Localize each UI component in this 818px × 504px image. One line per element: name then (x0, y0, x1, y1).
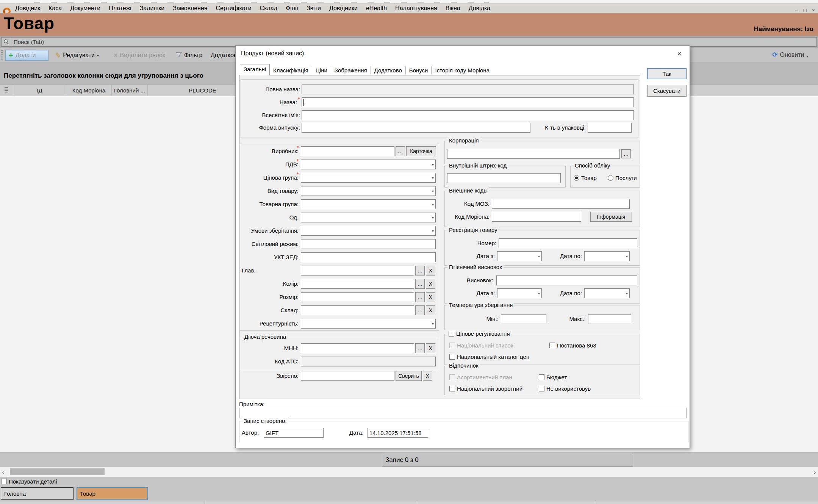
light-mode-input[interactable] (301, 239, 436, 249)
main-lookup-button[interactable]: … (415, 266, 425, 275)
size-input[interactable] (301, 292, 414, 302)
add-button[interactable]: + Додати (5, 50, 48, 61)
main-clear-button[interactable]: X (426, 266, 435, 275)
color-clear-button[interactable]: X (426, 279, 435, 289)
menu-zalyshky[interactable]: Залишки (140, 5, 165, 12)
not-used-checkbox[interactable]: Не використовув (539, 385, 591, 392)
tab-klasyfikatsiya[interactable]: Класифікація (270, 66, 312, 74)
budget-checkbox[interactable]: Бюджет (539, 374, 567, 380)
unit-select[interactable]: ▾ (301, 213, 436, 222)
tab-bonusy[interactable]: Бонуси (406, 66, 432, 74)
column-header-morion-code[interactable]: Код Моріона (66, 85, 112, 96)
menu-dovidka[interactable]: Довідка (469, 5, 491, 12)
mnn-lookup-button[interactable]: … (415, 343, 425, 353)
main-input[interactable] (301, 266, 414, 275)
corporation-lookup-button[interactable]: … (621, 149, 631, 158)
mnn-clear-button[interactable]: X (426, 343, 435, 353)
color-lookup-button[interactable]: … (415, 279, 425, 289)
menu-dovidnyky[interactable]: Довідники (329, 5, 358, 12)
reg-date-from-select[interactable]: ▾ (497, 251, 542, 261)
tab-zobrazhennia[interactable]: Зображення (331, 66, 371, 74)
decree-863-checkbox[interactable]: Постанова 863 (549, 342, 596, 349)
warehouse-clear-button[interactable]: X (426, 305, 435, 315)
menu-zvity[interactable]: Звіти (307, 5, 321, 12)
hyg-date-to-select[interactable]: ▾ (584, 288, 630, 298)
tab-goods[interactable]: Товар (77, 487, 148, 500)
vat-select[interactable]: ▾ (301, 160, 436, 169)
menu-sklad[interactable]: Склад (260, 5, 277, 12)
restore-icon[interactable]: □ (803, 7, 806, 13)
menu-nalashtuvannia[interactable]: Налаштування (395, 5, 437, 12)
product-group-select[interactable]: ▾ (301, 199, 436, 209)
release-form-input[interactable] (302, 123, 530, 133)
tab-home[interactable]: Головна (1, 487, 74, 500)
author-input[interactable] (264, 428, 324, 438)
close-icon[interactable]: × (674, 48, 685, 59)
row-handle-column[interactable] (0, 85, 13, 96)
menu-kasa[interactable]: Каса (48, 5, 62, 12)
delete-row-button[interactable]: × Видалити рядок (111, 50, 168, 61)
column-header-id[interactable]: ІД (13, 85, 66, 96)
price-regulation-checkbox[interactable]: Цінове регулювання (447, 330, 511, 337)
size-lookup-button[interactable]: … (415, 292, 425, 302)
horizontal-scrollbar[interactable]: ‹ › (0, 467, 818, 477)
hyg-date-from-select[interactable]: ▾ (497, 288, 542, 298)
manufacturer-input[interactable] (301, 146, 394, 156)
menu-ehealth[interactable]: eHealth (366, 5, 387, 12)
chevron-left-icon[interactable]: ‹ (0, 468, 6, 476)
tab-tsiny[interactable]: Ціни (312, 66, 331, 74)
menu-dovidnyk[interactable]: Довідник (15, 5, 40, 12)
chevron-right-icon[interactable]: › (812, 468, 818, 476)
radio-goods[interactable]: Товар (574, 175, 597, 181)
temp-max-input[interactable] (588, 314, 631, 324)
national-return-checkbox[interactable]: Національний зворотний (449, 385, 522, 392)
created-date-input[interactable] (368, 428, 428, 438)
product-kind-select[interactable]: ▾ (301, 186, 436, 196)
menu-platezhi[interactable]: Платежі (109, 5, 131, 12)
price-group-select[interactable]: ▾ (301, 173, 436, 183)
filter-button[interactable]: Фільтр (173, 50, 205, 61)
conclusion-input[interactable] (496, 275, 637, 285)
scrollbar-thumb[interactable] (10, 468, 105, 475)
moz-code-input[interactable] (492, 199, 630, 209)
cancel-button[interactable]: Скасувати (647, 85, 687, 97)
edit-button[interactable]: ✎ Редагувати ▾ (52, 50, 102, 61)
verify-clear-button[interactable]: X (423, 371, 432, 381)
tab-morion-history[interactable]: Історія коду Моріона (432, 66, 493, 74)
prescription-select[interactable]: ▾ (301, 319, 436, 329)
refresh-button[interactable]: ⟳ Оновити ▾ (772, 51, 808, 59)
tab-zagalni[interactable]: Загальні (240, 64, 270, 75)
search-input[interactable] (11, 39, 816, 45)
ok-button[interactable]: Так (647, 68, 687, 79)
tab-dodatkovo[interactable]: Додатково (371, 66, 406, 74)
manufacturer-lookup-button[interactable]: … (396, 146, 405, 156)
info-button[interactable]: Інформація (590, 212, 632, 222)
pack-qty-input[interactable] (588, 123, 632, 133)
menu-vikna[interactable]: Вікна (446, 5, 460, 12)
toolbar-grip-handle[interactable] (1, 50, 3, 61)
morion-code-input[interactable] (492, 212, 581, 222)
menu-sertyfikaty[interactable]: Сертифікати (216, 5, 251, 12)
size-clear-button[interactable]: X (426, 292, 435, 302)
corporation-input[interactable] (447, 149, 620, 159)
verify-button[interactable]: Сверить (396, 371, 422, 381)
menu-filii[interactable]: Філії (286, 5, 298, 12)
mnn-input[interactable] (301, 343, 414, 353)
reg-number-input[interactable] (499, 238, 637, 248)
world-name-input[interactable] (302, 110, 634, 120)
close-icon[interactable]: × (812, 7, 815, 13)
menu-dokumenty[interactable]: Документи (70, 5, 100, 12)
verified-input[interactable] (301, 371, 394, 381)
column-header-main[interactable]: Головний ... (112, 85, 148, 96)
show-details-checkbox[interactable]: Показувати деталі (1, 478, 57, 485)
warehouse-lookup-button[interactable]: … (415, 305, 425, 315)
note-input[interactable] (239, 408, 687, 418)
warehouse-input[interactable] (301, 305, 414, 315)
reg-date-to-select[interactable]: ▾ (584, 251, 630, 261)
card-button[interactable]: Карточка (406, 146, 436, 156)
name-input[interactable] (302, 97, 634, 107)
minimize-icon[interactable]: – (795, 7, 798, 13)
color-input[interactable] (301, 279, 414, 289)
internal-barcode-input[interactable] (447, 173, 561, 183)
national-catalog-checkbox[interactable]: Национальный каталог цен (449, 354, 529, 360)
